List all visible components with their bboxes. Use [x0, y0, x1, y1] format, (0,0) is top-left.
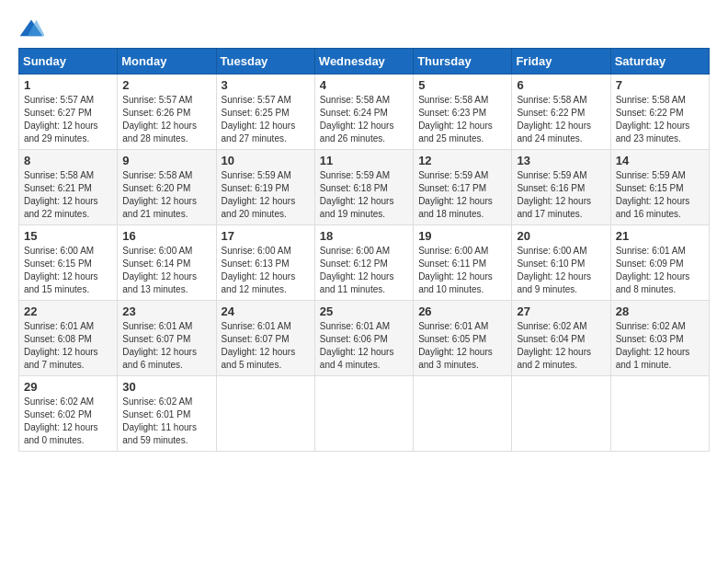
day-number: 17 [222, 229, 310, 243]
day-info: Sunrise: 5:59 AM Sunset: 6:16 PM Dayligh… [517, 169, 605, 221]
day-info: Sunrise: 5:57 AM Sunset: 6:26 PM Dayligh… [122, 94, 210, 145]
day-number: 29 [24, 380, 112, 394]
day-number: 4 [320, 78, 408, 92]
day-cell: 10 Sunrise: 5:59 AM Sunset: 6:19 PM Dayl… [216, 150, 314, 225]
week-row-1: 1 Sunrise: 5:57 AM Sunset: 6:27 PM Dayli… [19, 75, 710, 150]
day-number: 5 [418, 78, 506, 92]
calendar-table: SundayMondayTuesdayWednesdayThursdayFrid… [18, 48, 710, 452]
day-cell: 28 Sunrise: 6:02 AM Sunset: 6:03 PM Dayl… [610, 301, 709, 376]
day-cell: 19 Sunrise: 6:00 AM Sunset: 6:11 PM Dayl… [414, 225, 512, 301]
day-cell: 12 Sunrise: 5:59 AM Sunset: 6:17 PM Dayl… [414, 150, 512, 225]
day-info: Sunrise: 5:58 AM Sunset: 6:23 PM Dayligh… [418, 94, 506, 145]
day-number: 25 [320, 304, 408, 318]
day-cell: 3 Sunrise: 5:57 AM Sunset: 6:25 PM Dayli… [216, 75, 314, 150]
day-number: 27 [517, 304, 605, 318]
day-info: Sunrise: 6:02 AM Sunset: 6:02 PM Dayligh… [24, 396, 112, 447]
day-cell: 21 Sunrise: 6:01 AM Sunset: 6:09 PM Dayl… [610, 225, 709, 301]
weekday-header-tuesday: Tuesday [216, 49, 314, 75]
day-cell: 23 Sunrise: 6:01 AM Sunset: 6:07 PM Dayl… [118, 301, 216, 376]
weekday-header-thursday: Thursday [414, 49, 512, 75]
day-info: Sunrise: 6:01 AM Sunset: 6:07 PM Dayligh… [122, 320, 210, 372]
day-number: 2 [122, 78, 210, 92]
day-number: 30 [122, 380, 210, 394]
page-header [18, 18, 710, 39]
day-info: Sunrise: 5:58 AM Sunset: 6:21 PM Dayligh… [24, 169, 112, 221]
day-info: Sunrise: 6:01 AM Sunset: 6:07 PM Dayligh… [222, 320, 310, 372]
day-number: 6 [517, 78, 605, 92]
day-number: 28 [616, 304, 704, 318]
weekday-header-friday: Friday [512, 49, 610, 75]
day-cell: 4 Sunrise: 5:58 AM Sunset: 6:24 PM Dayli… [314, 75, 413, 150]
day-info: Sunrise: 5:58 AM Sunset: 6:22 PM Dayligh… [616, 94, 704, 145]
day-number: 3 [222, 78, 310, 92]
day-number: 1 [24, 78, 112, 92]
day-cell: 29 Sunrise: 6:02 AM Sunset: 6:02 PM Dayl… [19, 376, 118, 452]
day-info: Sunrise: 6:01 AM Sunset: 6:05 PM Dayligh… [418, 320, 506, 372]
weekday-header-saturday: Saturday [610, 49, 709, 75]
day-info: Sunrise: 5:59 AM Sunset: 6:15 PM Dayligh… [616, 169, 704, 221]
week-row-2: 8 Sunrise: 5:58 AM Sunset: 6:21 PM Dayli… [19, 150, 710, 225]
day-info: Sunrise: 5:57 AM Sunset: 6:27 PM Dayligh… [24, 94, 112, 145]
day-number: 19 [418, 229, 506, 243]
day-number: 16 [122, 229, 210, 243]
week-row-3: 15 Sunrise: 6:00 AM Sunset: 6:15 PM Dayl… [19, 225, 710, 301]
day-info: Sunrise: 5:59 AM Sunset: 6:19 PM Dayligh… [222, 169, 310, 221]
day-cell: 16 Sunrise: 6:00 AM Sunset: 6:14 PM Dayl… [118, 225, 216, 301]
day-number: 10 [222, 154, 310, 167]
weekday-header-monday: Monday [118, 49, 216, 75]
day-number: 8 [24, 154, 112, 167]
day-cell: 8 Sunrise: 5:58 AM Sunset: 6:21 PM Dayli… [19, 150, 118, 225]
day-cell: 1 Sunrise: 5:57 AM Sunset: 6:27 PM Dayli… [19, 75, 118, 150]
day-info: Sunrise: 6:00 AM Sunset: 6:14 PM Dayligh… [122, 245, 210, 296]
day-number: 12 [418, 154, 506, 167]
day-cell: 17 Sunrise: 6:00 AM Sunset: 6:13 PM Dayl… [216, 225, 314, 301]
day-info: Sunrise: 6:00 AM Sunset: 6:11 PM Dayligh… [418, 245, 506, 296]
day-info: Sunrise: 5:58 AM Sunset: 6:22 PM Dayligh… [517, 94, 605, 145]
day-cell: 24 Sunrise: 6:01 AM Sunset: 6:07 PM Dayl… [216, 301, 314, 376]
day-info: Sunrise: 5:57 AM Sunset: 6:25 PM Dayligh… [222, 94, 310, 145]
day-info: Sunrise: 6:02 AM Sunset: 6:04 PM Dayligh… [517, 320, 605, 372]
day-number: 23 [122, 304, 210, 318]
day-info: Sunrise: 6:01 AM Sunset: 6:08 PM Dayligh… [24, 320, 112, 372]
day-cell [414, 376, 512, 452]
day-cell: 25 Sunrise: 6:01 AM Sunset: 6:06 PM Dayl… [314, 301, 413, 376]
day-number: 20 [517, 229, 605, 243]
day-number: 9 [122, 154, 210, 167]
day-number: 13 [517, 154, 605, 167]
day-cell [610, 376, 709, 452]
day-number: 14 [616, 154, 704, 167]
day-info: Sunrise: 5:58 AM Sunset: 6:20 PM Dayligh… [122, 169, 210, 221]
day-cell: 15 Sunrise: 6:00 AM Sunset: 6:15 PM Dayl… [19, 225, 118, 301]
day-info: Sunrise: 6:00 AM Sunset: 6:15 PM Dayligh… [24, 245, 112, 296]
day-cell: 11 Sunrise: 5:59 AM Sunset: 6:18 PM Dayl… [314, 150, 413, 225]
day-info: Sunrise: 5:59 AM Sunset: 6:18 PM Dayligh… [320, 169, 408, 221]
day-info: Sunrise: 6:00 AM Sunset: 6:10 PM Dayligh… [517, 245, 605, 296]
day-number: 21 [616, 229, 704, 243]
day-cell: 6 Sunrise: 5:58 AM Sunset: 6:22 PM Dayli… [512, 75, 610, 150]
day-info: Sunrise: 6:01 AM Sunset: 6:09 PM Dayligh… [616, 245, 704, 296]
day-cell [216, 376, 314, 452]
weekday-header-wednesday: Wednesday [314, 49, 413, 75]
day-cell: 30 Sunrise: 6:02 AM Sunset: 6:01 PM Dayl… [118, 376, 216, 452]
day-cell: 18 Sunrise: 6:00 AM Sunset: 6:12 PM Dayl… [314, 225, 413, 301]
logo [18, 18, 48, 39]
day-info: Sunrise: 6:00 AM Sunset: 6:12 PM Dayligh… [320, 245, 408, 296]
day-number: 22 [24, 304, 112, 318]
day-cell: 27 Sunrise: 6:02 AM Sunset: 6:04 PM Dayl… [512, 301, 610, 376]
day-cell: 14 Sunrise: 5:59 AM Sunset: 6:15 PM Dayl… [610, 150, 709, 225]
logo-icon [18, 18, 44, 39]
day-cell: 7 Sunrise: 5:58 AM Sunset: 6:22 PM Dayli… [610, 75, 709, 150]
weekday-header-row: SundayMondayTuesdayWednesdayThursdayFrid… [19, 49, 710, 75]
day-info: Sunrise: 5:59 AM Sunset: 6:17 PM Dayligh… [418, 169, 506, 221]
day-info: Sunrise: 6:02 AM Sunset: 6:01 PM Dayligh… [122, 396, 210, 447]
day-info: Sunrise: 5:58 AM Sunset: 6:24 PM Dayligh… [320, 94, 408, 145]
day-cell: 9 Sunrise: 5:58 AM Sunset: 6:20 PM Dayli… [118, 150, 216, 225]
weekday-header-sunday: Sunday [19, 49, 118, 75]
day-info: Sunrise: 6:02 AM Sunset: 6:03 PM Dayligh… [616, 320, 704, 372]
day-number: 7 [616, 78, 704, 92]
day-number: 18 [320, 229, 408, 243]
day-cell: 13 Sunrise: 5:59 AM Sunset: 6:16 PM Dayl… [512, 150, 610, 225]
week-row-4: 22 Sunrise: 6:01 AM Sunset: 6:08 PM Dayl… [19, 301, 710, 376]
day-number: 26 [418, 304, 506, 318]
day-cell: 22 Sunrise: 6:01 AM Sunset: 6:08 PM Dayl… [19, 301, 118, 376]
